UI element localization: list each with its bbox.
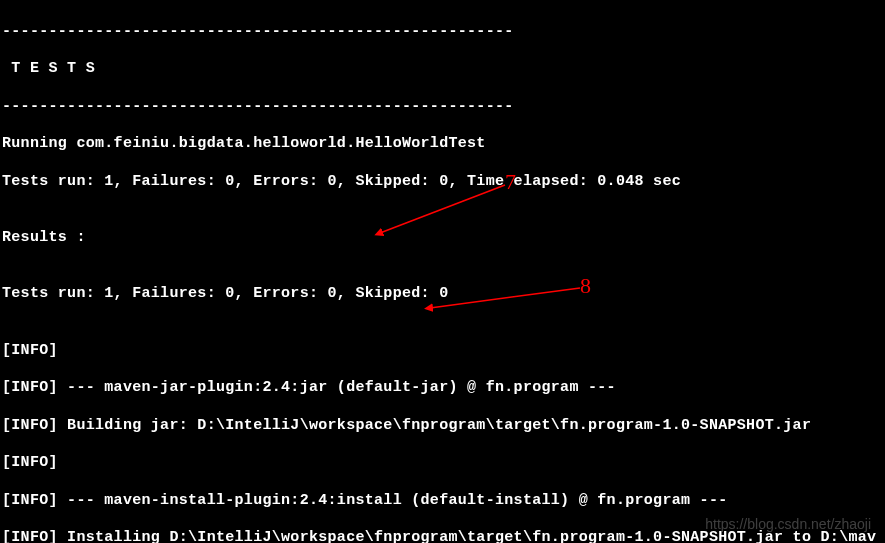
info-line: [INFO] <box>2 454 883 473</box>
test-summary-line: Tests run: 1, Failures: 0, Errors: 0, Sk… <box>2 285 883 304</box>
building-jar-line: [INFO] Building jar: D:\IntelliJ\workspa… <box>2 417 883 436</box>
watermark-text: https://blog.csdn.net/zhaoji <box>705 516 871 534</box>
test-results-line: Tests run: 1, Failures: 0, Errors: 0, Sk… <box>2 173 883 192</box>
tests-header: T E S T S <box>2 60 883 79</box>
maven-jar-plugin-line: [INFO] --- maven-jar-plugin:2.4:jar (def… <box>2 379 883 398</box>
output-line: ----------------------------------------… <box>2 23 883 42</box>
terminal-output[interactable]: ----------------------------------------… <box>2 4 883 543</box>
maven-install-plugin-line: [INFO] --- maven-install-plugin:2.4:inst… <box>2 492 883 511</box>
running-test-line: Running com.feiniu.bigdata.helloworld.He… <box>2 135 883 154</box>
results-label: Results : <box>2 229 883 248</box>
output-line: ----------------------------------------… <box>2 98 883 117</box>
info-line: [INFO] <box>2 342 883 361</box>
